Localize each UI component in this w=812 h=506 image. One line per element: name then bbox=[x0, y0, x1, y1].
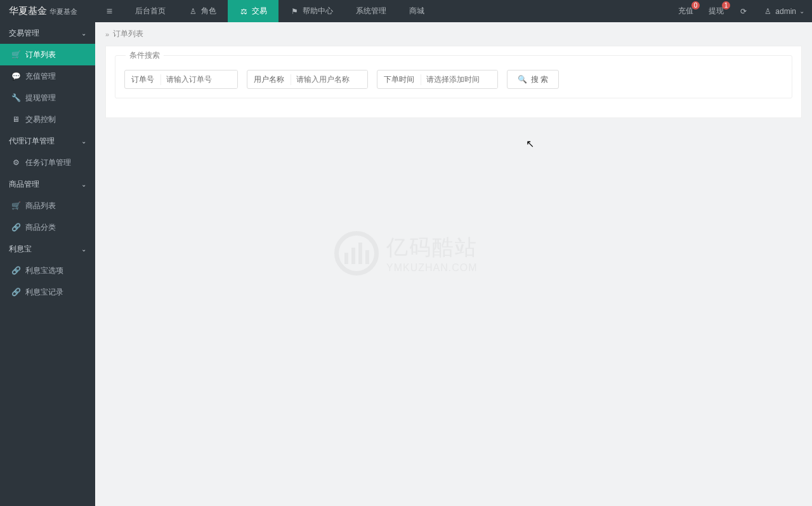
chevron-down-icon: ⌄ bbox=[81, 246, 86, 253]
content-card: 条件搜索 订单号 用户名称 下单时间 🔍 bbox=[105, 46, 802, 118]
top-menu: 后台首页♙角色⚖交易⚑帮助中心系统管理商城 bbox=[124, 0, 436, 22]
order-number-group: 订单号 bbox=[124, 70, 238, 89]
sidebar-item-2-1[interactable]: 🔗商品分类 bbox=[0, 216, 95, 238]
sidebar-item-icon: 🖥 bbox=[11, 115, 20, 124]
refresh-icon: ⟳ bbox=[739, 7, 748, 16]
refresh-button[interactable]: ⟳ bbox=[731, 0, 756, 22]
sidebar-item-label: 交易控制 bbox=[25, 114, 56, 125]
sidebar-item-label: 商品列表 bbox=[25, 201, 56, 211]
breadcrumb-icon: » bbox=[105, 30, 109, 38]
sidebar-group-label: 利息宝 bbox=[9, 244, 32, 255]
recharge-label: 充值 bbox=[678, 6, 693, 17]
header-right: 充值 0 提现 1 ⟳ ♙ admin ⌄ bbox=[671, 0, 812, 22]
username-input[interactable] bbox=[291, 70, 367, 88]
sidebar-item-1-0[interactable]: ⚙任务订单管理 bbox=[0, 152, 95, 173]
sidebar-item-0-0[interactable]: 🛒订单列表 bbox=[0, 44, 95, 65]
top-menu-item-5[interactable]: 商城 bbox=[398, 0, 436, 22]
sidebar-group-label: 交易管理 bbox=[9, 28, 39, 39]
menu-label: 商城 bbox=[409, 6, 424, 17]
recharge-badge: 0 bbox=[691, 1, 700, 10]
search-button[interactable]: 🔍 搜 索 bbox=[507, 70, 559, 89]
sidebar-item-label: 利息宝选项 bbox=[25, 265, 63, 276]
order-time-group: 下单时间 bbox=[377, 70, 498, 89]
sidebar-item-icon: 💬 bbox=[11, 72, 20, 81]
sidebar-item-3-0[interactable]: 🔗利息宝选项 bbox=[0, 260, 95, 281]
top-menu-item-0[interactable]: 后台首页 bbox=[124, 0, 177, 22]
sidebar-item-icon: 🛒 bbox=[11, 201, 20, 210]
sidebar: 交易管理⌄🛒订单列表💬充值管理🔧提现管理🖥交易控制代理订单管理⌄⚙任务订单管理商… bbox=[0, 22, 95, 506]
chevron-down-icon: ⌄ bbox=[81, 30, 86, 37]
sidebar-item-icon: 🔗 bbox=[11, 266, 20, 275]
withdraw-label: 提现 bbox=[709, 6, 724, 17]
sidebar-item-label: 利息宝记录 bbox=[25, 287, 63, 298]
sidebar-group-label: 商品管理 bbox=[9, 179, 39, 190]
menu-icon: ♙ bbox=[188, 7, 197, 16]
sidebar-group-3[interactable]: 利息宝⌄ bbox=[0, 238, 95, 260]
order-number-label: 订单号 bbox=[125, 74, 161, 85]
menu-icon: ⚖ bbox=[239, 7, 248, 16]
username-label: 用户名称 bbox=[247, 74, 291, 85]
search-button-label: 搜 索 bbox=[531, 74, 548, 85]
sidebar-item-label: 充值管理 bbox=[25, 71, 56, 82]
withdraw-badge: 1 bbox=[722, 1, 731, 10]
order-time-input[interactable] bbox=[421, 70, 497, 88]
top-menu-item-4[interactable]: 系统管理 bbox=[344, 0, 398, 22]
brand-sub: 华夏基金 bbox=[49, 7, 77, 17]
sidebar-item-2-0[interactable]: 🛒商品列表 bbox=[0, 195, 95, 216]
top-header: 华夏基金 华夏基金 ≡ 后台首页♙角色⚖交易⚑帮助中心系统管理商城 充值 0 提… bbox=[0, 0, 812, 22]
sidebar-item-icon: 🔧 bbox=[11, 93, 20, 102]
top-menu-item-1[interactable]: ♙角色 bbox=[177, 0, 228, 22]
top-menu-item-3[interactable]: ⚑帮助中心 bbox=[278, 0, 344, 22]
user-name: admin bbox=[775, 7, 796, 16]
sidebar-item-0-3[interactable]: 🖥交易控制 bbox=[0, 109, 95, 130]
user-icon: ♙ bbox=[763, 7, 772, 16]
sidebar-item-label: 订单列表 bbox=[25, 50, 56, 60]
menu-icon: ⚑ bbox=[290, 7, 299, 16]
brand-logo: 华夏基金 华夏基金 bbox=[0, 5, 95, 17]
sidebar-item-label: 任务订单管理 bbox=[25, 157, 71, 168]
order-time-label: 下单时间 bbox=[377, 74, 421, 85]
menu-label: 帮助中心 bbox=[303, 6, 333, 17]
recharge-link[interactable]: 充值 0 bbox=[671, 0, 701, 22]
order-number-input[interactable] bbox=[161, 70, 237, 88]
user-menu[interactable]: ♙ admin ⌄ bbox=[756, 0, 812, 22]
menu-toggle-icon[interactable]: ≡ bbox=[95, 6, 124, 17]
sidebar-group-1[interactable]: 代理订单管理⌄ bbox=[0, 130, 95, 152]
breadcrumb: » 订单列表 bbox=[95, 22, 812, 46]
sidebar-group-2[interactable]: 商品管理⌄ bbox=[0, 173, 95, 195]
sidebar-item-icon: 🔗 bbox=[11, 288, 20, 296]
sidebar-group-0[interactable]: 交易管理⌄ bbox=[0, 22, 95, 44]
menu-label: 角色 bbox=[201, 6, 216, 17]
chevron-down-icon: ⌄ bbox=[81, 181, 86, 188]
sidebar-item-0-1[interactable]: 💬充值管理 bbox=[0, 65, 95, 87]
top-menu-item-2[interactable]: ⚖交易 bbox=[228, 0, 278, 22]
chevron-down-icon: ⌄ bbox=[81, 138, 86, 145]
sidebar-item-label: 商品分类 bbox=[25, 222, 56, 233]
sidebar-group-label: 代理订单管理 bbox=[9, 136, 55, 147]
sidebar-item-3-1[interactable]: 🔗利息宝记录 bbox=[0, 281, 95, 303]
filter-panel: 条件搜索 订单号 用户名称 下单时间 🔍 bbox=[115, 55, 792, 98]
filter-title: 条件搜索 bbox=[126, 50, 164, 61]
search-icon: 🔍 bbox=[518, 75, 527, 84]
sidebar-item-icon: 🛒 bbox=[11, 50, 20, 59]
menu-label: 后台首页 bbox=[135, 6, 166, 17]
breadcrumb-text: 订单列表 bbox=[113, 29, 143, 39]
brand-main: 华夏基金 bbox=[9, 5, 47, 17]
withdraw-link[interactable]: 提现 1 bbox=[701, 0, 731, 22]
menu-label: 交易 bbox=[252, 6, 267, 17]
main-content: » 订单列表 条件搜索 订单号 用户名称 下单时间 bbox=[95, 22, 812, 506]
sidebar-item-icon: ⚙ bbox=[11, 158, 20, 167]
sidebar-item-0-2[interactable]: 🔧提现管理 bbox=[0, 87, 95, 109]
sidebar-item-icon: 🔗 bbox=[11, 223, 20, 232]
sidebar-item-label: 提现管理 bbox=[25, 93, 56, 103]
chevron-down-icon: ⌄ bbox=[799, 8, 804, 15]
username-group: 用户名称 bbox=[247, 70, 368, 89]
menu-label: 系统管理 bbox=[356, 6, 386, 17]
